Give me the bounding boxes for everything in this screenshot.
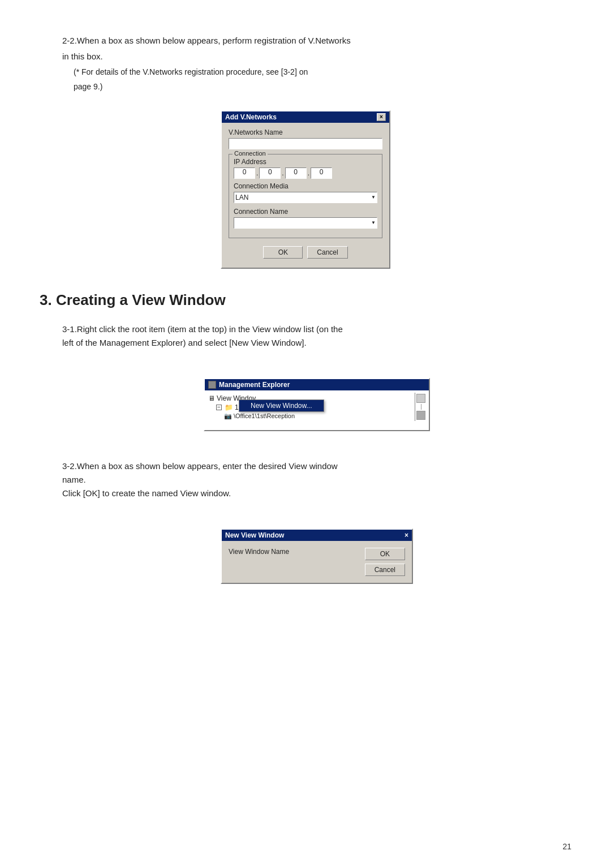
ip-address-label: IP Address xyxy=(234,158,377,166)
step31-line1: 3-1.Right click the root item (item at t… xyxy=(62,323,571,336)
tree-root-icon: 🖥 xyxy=(208,394,215,402)
nvw-title: New View Window xyxy=(225,531,284,539)
view-window-name-label: View Window Name xyxy=(229,548,289,556)
mgmt-body: 🖥 View Windov New View Window... − 📁 xyxy=(205,390,429,430)
add-vnetworks-title: Add V.Networks xyxy=(225,113,277,121)
connection-media-label: Connection Media xyxy=(234,182,377,190)
add-vnetworks-title-bar: Add V.Networks × xyxy=(222,111,389,123)
new-view-window-menu-item[interactable]: New View Window... xyxy=(239,400,324,411)
tree-area: 🖥 View Windov New View Window... − 📁 xyxy=(207,393,415,422)
section22-line2: in this box. xyxy=(62,50,571,63)
mgmt-icon xyxy=(208,381,216,389)
step32-line1: 3-2.When a box as shown below appears, e… xyxy=(62,459,571,473)
section-31: 3-1.Right click the root item (item at t… xyxy=(62,323,571,442)
nvw-title-bar: New View Window × xyxy=(222,530,412,541)
nvw-cancel-button[interactable]: Cancel xyxy=(365,564,405,576)
section22-note1: (* For details of the V.Networks registr… xyxy=(74,66,571,78)
explorer-right-panel xyxy=(415,393,427,421)
section22-note2: page 9.) xyxy=(74,80,571,93)
ip-dot-1: . xyxy=(256,169,258,177)
step31-line2: left of the Management Explorer) and sel… xyxy=(62,336,571,350)
management-explorer-wrapper: Management Explorer 🖥 View Windov New Vi… xyxy=(62,367,571,442)
add-vnetworks-body: V.Networks Name Connection IP Address 0 … xyxy=(222,123,389,268)
mgmt-title: Management Explorer xyxy=(219,381,290,389)
ip-dot-2: . xyxy=(282,169,283,177)
nvw-buttons: OK Cancel xyxy=(365,548,405,576)
ip-field-2[interactable]: 0 xyxy=(259,167,281,179)
collapse-icon: − xyxy=(216,405,222,410)
ip-address-row: 0 . 0 . 0 . 0 xyxy=(234,167,377,179)
connection-name-label: Connection Name xyxy=(234,208,377,216)
office-label: \Office1\1st\Reception xyxy=(234,412,295,419)
connection-fieldset: Connection IP Address 0 . 0 . 0 . 0 Conn… xyxy=(229,154,382,238)
new-view-window-dialog: New View Window × View Window Name OK Ca… xyxy=(221,528,413,584)
vnetworks-name-input[interactable] xyxy=(229,138,382,149)
folder-icon: 📁 xyxy=(225,403,233,411)
nvw-left: View Window Name xyxy=(229,548,359,558)
ip-field-3[interactable]: 0 xyxy=(285,167,307,179)
nvw-ok-button[interactable]: OK xyxy=(365,548,405,560)
connection-legend: Connection xyxy=(233,150,268,157)
section22-line1: 2-2.When a box as shown below appears, p… xyxy=(62,34,571,48)
step32-line2: name. xyxy=(62,473,571,487)
tree-office-item[interactable]: 📷 \Office1\1st\Reception xyxy=(224,412,414,420)
new-view-window-dialog-wrapper: New View Window × View Window Name OK Ca… xyxy=(62,517,571,595)
nvw-body: View Window Name OK Cancel xyxy=(222,541,412,583)
add-vnetworks-ok-button[interactable]: OK xyxy=(263,246,303,259)
add-vnetworks-close-button[interactable]: × xyxy=(377,113,386,121)
context-menu: New View Window... xyxy=(239,399,324,412)
section-3-title: 3. Creating a View Window xyxy=(40,291,571,311)
dropdown-arrow-icon-2: ▼ xyxy=(371,220,376,225)
ip-field-4[interactable]: 0 xyxy=(311,167,332,179)
add-vnetworks-buttons: OK Cancel xyxy=(229,243,382,262)
explorer-right-icon-2 xyxy=(416,411,425,420)
section-32: 3-2.When a box as shown below appears, e… xyxy=(62,459,571,595)
connection-media-select[interactable]: LAN ▼ xyxy=(234,192,377,203)
section-22: 2-2.When a box as shown below appears, p… xyxy=(40,34,571,269)
add-vnetworks-dialog-wrapper: Add V.Networks × V.Networks Name Connect… xyxy=(40,110,571,269)
vnetworks-name-label: V.Networks Name xyxy=(229,128,382,136)
connection-name-select[interactable]: ▼ xyxy=(234,217,377,229)
ip-dot-3: . xyxy=(308,169,309,177)
camera-icon: 📷 xyxy=(224,412,232,420)
ip-field-1[interactable]: 0 xyxy=(234,167,255,179)
connection-media-value: LAN xyxy=(235,194,248,201)
management-explorer: Management Explorer 🖥 View Windov New Vi… xyxy=(204,378,430,431)
dropdown-arrow-icon: ▼ xyxy=(371,195,376,200)
nvw-close-button[interactable]: × xyxy=(405,531,408,539)
add-vnetworks-cancel-button[interactable]: Cancel xyxy=(307,246,347,259)
mgmt-title-bar: Management Explorer xyxy=(205,379,429,390)
add-vnetworks-dialog: Add V.Networks × V.Networks Name Connect… xyxy=(221,110,390,269)
step32-line3: Click [OK] to create the named View wind… xyxy=(62,487,571,500)
page-number: 21 xyxy=(562,842,571,851)
explorer-right-icon-1 xyxy=(416,394,425,403)
section-3: 3. Creating a View Window 3-1.Right clic… xyxy=(40,291,571,595)
